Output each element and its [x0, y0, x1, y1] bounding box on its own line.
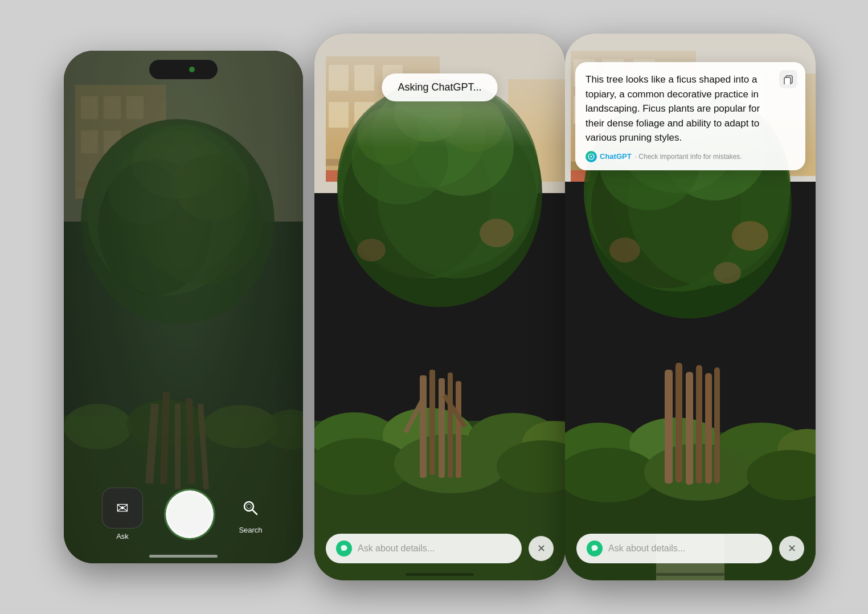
svg-point-103	[732, 221, 768, 251]
svg-point-66	[357, 239, 386, 261]
chatgpt-icon-2	[336, 541, 352, 556]
close-button-3[interactable]: ✕	[779, 536, 804, 561]
chatgpt-icon-badge	[586, 151, 597, 162]
photo-background-2	[314, 34, 565, 580]
close-button-2[interactable]: ✕	[529, 536, 554, 561]
close-icon-3: ✕	[788, 542, 796, 555]
svg-rect-86	[665, 370, 673, 484]
ask-label: Ask	[116, 532, 129, 541]
home-bar-3	[656, 573, 724, 576]
shutter-button[interactable]	[166, 490, 214, 538]
svg-rect-48	[429, 370, 435, 475]
svg-point-28	[247, 504, 251, 509]
svg-rect-50	[448, 373, 453, 478]
chat-icon: ✉	[116, 500, 129, 517]
chatgpt-symbol-2	[339, 544, 349, 553]
phone-screen-2: Asking ChatGPT... Ask about details... ✕	[314, 34, 565, 580]
svg-line-27	[252, 510, 257, 514]
svg-point-104	[609, 238, 640, 263]
bottom-input-2: Ask about details... ✕	[326, 534, 554, 563]
ask-button[interactable]: ✉ Ask	[102, 488, 143, 541]
svg-rect-89	[696, 365, 702, 484]
bottom-input-3: Ask about details... ✕	[576, 534, 804, 563]
dim-overlay	[64, 51, 303, 563]
input-bar-2[interactable]: Ask about details...	[326, 534, 522, 563]
svg-rect-51	[456, 381, 461, 478]
chatgpt-name: ChatGPT	[600, 152, 632, 161]
svg-rect-91	[714, 367, 720, 484]
svg-point-65	[480, 219, 514, 247]
svg-rect-107	[784, 77, 791, 84]
camera-indicator	[189, 67, 195, 72]
phone-screen-1: ✉ Ask Search	[64, 51, 303, 563]
svg-rect-87	[675, 363, 682, 482]
svg-rect-49	[439, 378, 445, 478]
input-placeholder-2: Ask about details...	[358, 543, 435, 554]
svg-rect-90	[705, 373, 712, 484]
search-icon	[241, 499, 260, 517]
phone-screen-3: This tree looks like a ficus shaped into…	[565, 34, 816, 580]
input-placeholder-3: Ask about details...	[608, 543, 685, 554]
svg-rect-88	[686, 372, 693, 485]
copy-icon	[783, 74, 793, 84]
asking-text: Asking ChatGPT...	[398, 81, 481, 93]
home-bar-2	[406, 573, 474, 576]
chatgpt-icon-3	[587, 541, 603, 556]
input-bar-3[interactable]: Ask about details...	[576, 534, 772, 563]
chatgpt-logo-icon	[588, 153, 595, 160]
close-icon-2: ✕	[537, 542, 546, 555]
check-info: · Check important info for mistakes.	[635, 153, 742, 161]
search-label: Search	[239, 526, 262, 534]
copy-button[interactable]	[779, 70, 797, 88]
svg-point-105	[714, 262, 741, 284]
chatgpt-symbol-3	[590, 544, 599, 553]
dynamic-island	[149, 60, 218, 79]
response-footer: ChatGPT · Check important info for mista…	[586, 151, 795, 162]
app-container: ✉ Ask Search	[0, 0, 868, 614]
asking-bubble: Asking ChatGPT...	[382, 73, 497, 101]
ask-button-inner[interactable]: ✉	[102, 488, 143, 529]
response-text: This tree looks like a ficus shaped into…	[586, 72, 795, 145]
response-card: This tree looks like a ficus shaped into…	[575, 62, 805, 170]
home-indicator-1	[149, 555, 218, 558]
chatgpt-badge: ChatGPT	[586, 151, 632, 162]
svg-rect-47	[420, 375, 427, 478]
search-button-inner[interactable]	[236, 494, 265, 522]
search-button[interactable]: Search	[236, 494, 265, 534]
